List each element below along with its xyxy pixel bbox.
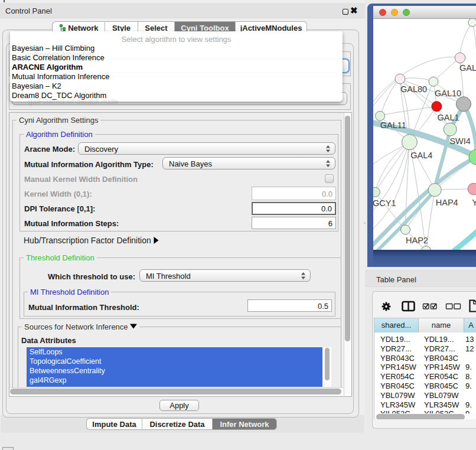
svg-text:YM: YM: [472, 198, 476, 207]
svg-text:GAL4: GAL4: [410, 151, 432, 160]
svg-text:GAL1: GAL1: [438, 113, 459, 122]
svg-text:GAL80: GAL80: [400, 84, 427, 94]
svg-text:GAL: GAL: [459, 63, 476, 73]
svg-text:HAP2: HAP2: [406, 236, 428, 245]
svg-text:SWI4: SWI4: [449, 136, 470, 146]
svg-text:GAL10: GAL10: [435, 89, 461, 98]
svg-text:HAP4: HAP4: [436, 198, 458, 207]
svg-text:GCY1: GCY1: [373, 198, 396, 208]
svg-text:GAL11: GAL11: [380, 120, 406, 130]
